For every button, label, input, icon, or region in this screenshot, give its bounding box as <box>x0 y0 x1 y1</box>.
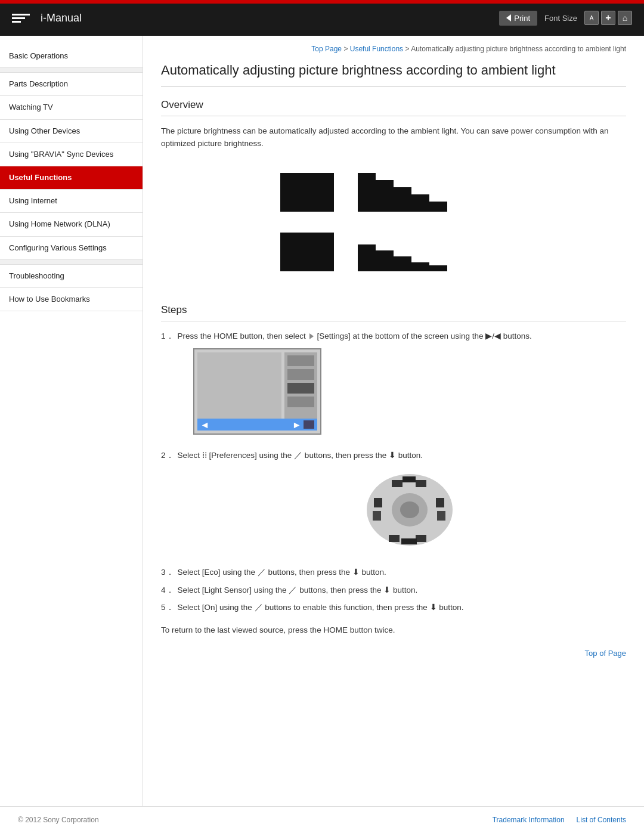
sidebar-item-configuring-various[interactable]: Configuring Various Settings <box>0 237 143 260</box>
tv-nav-left-icon: ◄ <box>200 417 210 433</box>
app-title: i-Manual <box>41 12 82 24</box>
copyright: © 2012 Sony Corporation <box>18 816 99 824</box>
sidebar-item-parts-description[interactable]: Parts Description <box>0 73 143 96</box>
steps-heading: Steps <box>161 304 626 321</box>
step-4-content: Select [Light Sensor] using the ／ button… <box>178 584 626 597</box>
breadcrumb: Top Page > Useful Functions > Automatica… <box>161 45 626 53</box>
font-size-label: Font Size <box>544 14 577 23</box>
svg-rect-19 <box>437 511 445 521</box>
logo: i-Manual <box>12 12 82 24</box>
sidebar: Basic Operations Parts Description Watch… <box>0 36 143 806</box>
svg-rect-15 <box>416 480 426 487</box>
step-2-content: Select ⁞⁞ [Preferences] using the ／ butt… <box>178 449 626 561</box>
breadcrumb-useful-functions[interactable]: Useful Functions <box>350 45 403 53</box>
main-layout: Basic Operations Parts Description Watch… <box>0 36 644 806</box>
svg-rect-20 <box>389 535 400 542</box>
logo-lines <box>12 14 30 23</box>
sidebar-item-basic-operations[interactable]: Basic Operations <box>0 45 143 68</box>
brightness-diagram-svg <box>262 167 525 286</box>
svg-rect-14 <box>402 476 416 482</box>
step-5-content: Select [On] using the ／ buttons to enabl… <box>178 601 626 614</box>
logo-line-2 <box>12 17 25 19</box>
svg-rect-22 <box>401 538 417 544</box>
step-5-num: 5． <box>161 601 174 614</box>
sidebar-divider-2 <box>0 260 143 265</box>
logo-line-3 <box>12 21 21 23</box>
sidebar-divider-1 <box>0 68 143 73</box>
svg-rect-5 <box>429 202 447 212</box>
page-title: Automatically adjusting picture brightne… <box>161 62 626 87</box>
tv-menu-item-4 <box>287 397 314 407</box>
step-1-image: ◄ ► <box>193 348 626 435</box>
svg-rect-4 <box>411 194 429 212</box>
sidebar-item-using-home-network[interactable]: Using Home Network (DLNA) <box>0 213 143 236</box>
sidebar-item-using-other-devices[interactable]: Using Other Devices <box>0 120 143 143</box>
svg-rect-6 <box>280 233 334 271</box>
return-text: To return to the last viewed source, pre… <box>161 624 626 637</box>
step-1-num: 1． <box>161 330 174 445</box>
steps-list: 1． Press the HOME button, then select [S… <box>161 330 626 614</box>
tv-menu-item-3 <box>287 383 314 394</box>
sidebar-item-using-bravia-sync[interactable]: Using "BRAVIA" Sync Devices <box>0 143 143 166</box>
step-3: 3． Select [Eco] using the ／ buttons, the… <box>161 566 626 579</box>
step-2-image <box>193 468 626 552</box>
svg-point-24 <box>400 501 419 518</box>
font-size-home-button[interactable]: ⌂ <box>618 11 632 25</box>
step-2: 2． Select ⁞⁞ [Preferences] using the ／ b… <box>161 449 626 561</box>
top-bar-controls: Print Font Size A + ⌂ <box>499 11 632 26</box>
footer-links: Trademark Information List of Contents <box>493 816 626 824</box>
sidebar-item-watching-tv[interactable]: Watching TV <box>0 96 143 119</box>
sidebar-item-using-internet[interactable]: Using Internet <box>0 190 143 213</box>
step-4-num: 4． <box>161 584 174 597</box>
svg-rect-17 <box>436 498 444 507</box>
top-of-page-container: Top of Page <box>161 648 626 658</box>
footer: © 2012 Sony Corporation Trademark Inform… <box>0 806 644 833</box>
svg-rect-18 <box>373 511 381 521</box>
print-arrow-icon <box>506 14 511 21</box>
font-size-small-button[interactable]: A <box>584 11 599 25</box>
logo-line-1 <box>12 14 30 16</box>
svg-rect-3 <box>394 187 411 212</box>
breadcrumb-top-page[interactable]: Top Page <box>311 45 342 53</box>
top-bar: i-Manual Print Font Size A + ⌂ <box>0 0 644 36</box>
svg-rect-7 <box>358 244 376 271</box>
tv-screen-mock: ◄ ► <box>193 348 321 435</box>
step-1-content: Press the HOME button, then select [Sett… <box>178 330 626 445</box>
sidebar-item-how-to-use-bookmarks[interactable]: How to Use Bookmarks <box>0 288 143 311</box>
print-button[interactable]: Print <box>499 11 537 26</box>
main-content: Top Page > Useful Functions > Automatica… <box>143 36 644 806</box>
svg-rect-13 <box>392 480 402 487</box>
sidebar-item-useful-functions[interactable]: Useful Functions <box>0 166 143 190</box>
svg-rect-16 <box>374 498 382 507</box>
font-size-controls: A + ⌂ <box>584 11 632 25</box>
svg-rect-10 <box>411 262 429 271</box>
svg-rect-0 <box>280 173 334 212</box>
tv-menu-item-2 <box>287 369 314 380</box>
svg-rect-9 <box>394 256 411 271</box>
list-of-contents-link[interactable]: List of Contents <box>577 816 626 824</box>
svg-rect-8 <box>376 250 394 271</box>
trademark-link[interactable]: Trademark Information <box>493 816 565 824</box>
step-5: 5． Select [On] using the ／ buttons to en… <box>161 601 626 614</box>
svg-rect-11 <box>429 265 447 271</box>
top-bar-accent <box>0 0 644 4</box>
svg-rect-1 <box>358 173 376 212</box>
svg-rect-2 <box>376 180 394 212</box>
preferences-icon-svg <box>356 468 463 552</box>
tv-menu-item-1 <box>287 355 314 366</box>
font-size-increase-button[interactable]: + <box>601 11 615 25</box>
tv-nav-right-icon: ► <box>292 417 302 433</box>
sidebar-item-troubleshooting[interactable]: Troubleshooting <box>0 265 143 288</box>
overview-text: The picture brightness can be automatica… <box>161 125 626 150</box>
step-4: 4． Select [Light Sensor] using the ／ but… <box>161 584 626 597</box>
top-of-page-link[interactable]: Top of Page <box>585 649 626 658</box>
overview-heading: Overview <box>161 99 626 116</box>
step-1: 1． Press the HOME button, then select [S… <box>161 330 626 445</box>
brightness-diagram <box>161 161 626 292</box>
step-3-num: 3． <box>161 566 174 579</box>
tv-nav-icon <box>304 420 314 429</box>
svg-rect-21 <box>416 535 426 542</box>
page-wrapper: i-Manual Print Font Size A + ⌂ Basic Ope… <box>0 0 644 833</box>
arrow-right-icon <box>309 333 314 339</box>
step-2-num: 2． <box>161 449 174 561</box>
